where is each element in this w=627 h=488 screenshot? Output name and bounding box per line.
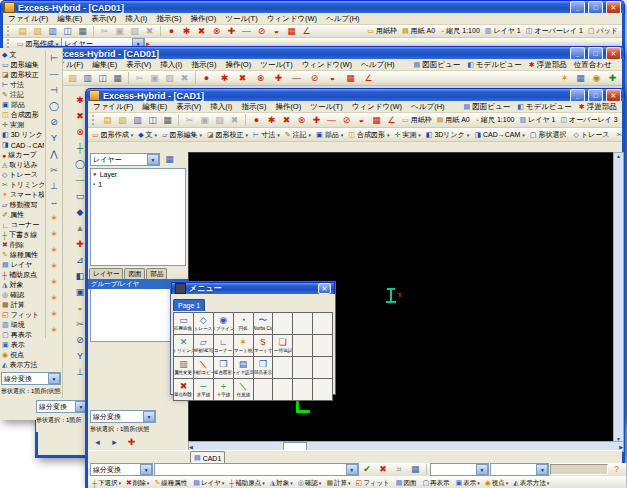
bottom-tool-button[interactable]: ▣ 表示 ▾ — [454, 479, 482, 488]
tool-list-item[interactable]: ▥ 環境 — [1, 320, 44, 330]
paper-setting-button[interactable]: ▤ 用紙 A0 — [400, 26, 437, 36]
tool-group-button[interactable]: ✎ 注記 ▾ — [283, 130, 313, 140]
grid-toggle-icon[interactable]: ▦ — [408, 463, 423, 476]
tool-list-item[interactable]: ✎ 線種属性 — [1, 250, 44, 260]
strip-tool-icon[interactable]: ⊘ — [46, 114, 62, 130]
snap-tool-icon[interactable]: ∠ — [361, 72, 376, 85]
menu-item[interactable]: ツール(T) — [260, 60, 292, 70]
menu-item[interactable]: 挿入(I) — [125, 14, 147, 24]
palette-tool-cell[interactable]: ❏ 一括追記 — [273, 335, 293, 357]
tool-list-item[interactable]: ◪ 図形校正 — [1, 70, 44, 80]
snap-tool-icon[interactable]: ● — [164, 25, 179, 38]
palette-tool-cell[interactable]: ▱ 移動\複写 — [194, 335, 214, 357]
snap-tool-icon[interactable]: ◒ — [325, 72, 340, 85]
layer-pane-combo[interactable]: レイヤー▼ — [90, 153, 160, 166]
tool-list-item[interactable]: ▢ 再表示 — [1, 330, 44, 340]
tool-list-item[interactable]: ◧ 3D リンク — [1, 130, 44, 140]
tool-list-item[interactable]: ◇ トレース — [1, 170, 44, 180]
bottom-tool-button[interactable]: ▤ レイヤ ▾ — [191, 479, 226, 488]
menu-item[interactable]: ファイル(F) — [93, 102, 133, 112]
file-tool-icon[interactable]: ◫ — [145, 114, 160, 127]
tool-list-item[interactable]: ● 線カーブ — [1, 150, 44, 160]
paper-setting-button[interactable]: ◔ 縮尺 1:100 — [438, 26, 482, 36]
strip-tool-icon[interactable]: ✶ — [46, 258, 62, 274]
snap-tool-icon[interactable]: ⊗ — [294, 114, 309, 127]
tool-group-button[interactable]: ◨ CAD→CAM ▾ — [472, 131, 526, 139]
palette-tool-cell[interactable] — [293, 357, 313, 379]
pane-tool-icon[interactable]: ✚ — [124, 436, 139, 449]
palette-titlebar[interactable]: メニュー ✕ — [171, 282, 335, 294]
palette-tool-cell[interactable]: 〜 Nurbs Cur — [254, 313, 274, 335]
palette-tool-cell[interactable]: ✕ トリミング — [174, 335, 194, 357]
palette-tool-cell[interactable] — [313, 379, 333, 401]
pane-tool-icon[interactable]: ▸ — [107, 436, 122, 449]
strip-tool-icon[interactable]: ✶ — [46, 322, 62, 338]
strip-tool-icon[interactable]: ✶ — [46, 242, 62, 258]
snap-tool-icon[interactable]: ∠ — [299, 25, 314, 38]
bottom-tool-button[interactable]: ◉ 視点 ▾ — [483, 479, 511, 488]
snap-tool-icon[interactable]: ✖ — [235, 72, 250, 85]
tool-list-item[interactable]: ┼ 補助原点 — [1, 270, 44, 280]
strip-tool-icon[interactable]: Υ — [46, 130, 62, 146]
palette-tool-cell[interactable]: ∟ コーナー — [214, 335, 234, 357]
menu-item[interactable]: ウィンドウ(W) — [302, 60, 352, 70]
palette-tool-cell[interactable] — [293, 313, 313, 335]
pane-tab[interactable]: 図面 — [124, 268, 145, 279]
toolbar-grip[interactable] — [7, 26, 12, 35]
paper-setting-button[interactable]: ▢ パッド — [621, 115, 622, 125]
edit-tool-icon[interactable]: ▣ — [147, 72, 162, 85]
tool-list-item[interactable]: ┼ 下書き線 — [1, 230, 44, 240]
menu-item[interactable]: 操作(O) — [225, 60, 251, 70]
utility-tool-icon[interactable]: ◉ — [589, 72, 604, 85]
menu-item[interactable]: ファイル(F) — [8, 14, 48, 24]
window-middle-titlebar[interactable]: Excess-Hybrid - [CAD01] _ □ ✕ — [35, 46, 625, 60]
menu-view-item[interactable]: 位置合わせ — [574, 60, 612, 70]
tool-list-item[interactable]: ▭ 図形編集 — [1, 60, 44, 70]
tool-list-item[interactable]: ◮ 対象 — [1, 280, 44, 290]
menu-item[interactable]: 編集(E) — [57, 14, 82, 24]
edit-tool-icon[interactable]: ✂ — [182, 114, 197, 127]
help-icon[interactable]: ? — [609, 463, 624, 476]
strip-tool-icon[interactable]: ✶ — [46, 274, 62, 290]
palette-tool-cell[interactable]: ◔ 円弧 — [234, 313, 254, 335]
pane-tab[interactable]: レイヤー — [89, 268, 123, 279]
menu-item[interactable]: 指示(S) — [241, 102, 266, 112]
file-tool-icon[interactable]: ▥ — [80, 72, 95, 85]
menu-view-item[interactable]: ✱ 浮遊部品 — [579, 102, 617, 112]
strip-tool-icon[interactable]: ⊥ — [46, 178, 62, 194]
tool-group-button[interactable]: ✂ トリミング — [614, 130, 622, 140]
pane-command-combo[interactable]: 線分変換▼ — [90, 410, 156, 423]
strip-tool-icon[interactable]: ⋀ — [46, 146, 62, 162]
file-tool-icon[interactable]: ▥ — [130, 114, 145, 127]
edit-tool-icon[interactable]: ▨ — [162, 72, 177, 85]
menu-item[interactable]: 操作(O) — [275, 102, 301, 112]
snap-tool-icon[interactable]: ◒ — [269, 25, 284, 38]
strip-tool-icon[interactable]: — — [46, 66, 62, 82]
snap-tool-icon[interactable]: ✚ — [224, 25, 239, 38]
file-tool-icon[interactable]: ▧ — [115, 114, 130, 127]
snap-tool-icon[interactable]: ● — [249, 114, 264, 127]
confirm-icon[interactable]: ✔ — [360, 463, 375, 476]
bottom-tool-button[interactable]: ▢ 再表示 — [420, 479, 452, 488]
paper-setting-button[interactable]: ◔ 縮尺 1:100 — [473, 115, 517, 125]
snap-tool-icon[interactable]: — — [239, 25, 254, 38]
strip-tool-icon[interactable]: ↔ — [46, 194, 62, 210]
layer-settings-icon[interactable]: ▦ — [162, 153, 177, 166]
menu-item[interactable]: ツール(T) — [225, 14, 257, 24]
tool-list-item[interactable]: ⊢ 寸法 — [1, 80, 44, 90]
file-tool-icon[interactable]: ▥ — [45, 25, 60, 38]
file-tool-icon[interactable]: ▤ — [100, 114, 115, 127]
tool-list-item[interactable]: ◨ CAD→CAM — [1, 140, 44, 150]
palette-tool-cell[interactable]: ❒ 複合図形 — [214, 357, 234, 379]
palette-tool-cell[interactable] — [313, 313, 333, 335]
palette-page-tab[interactable]: Page 1 — [173, 299, 205, 311]
paper-setting-button[interactable]: ▥ レイヤ 1 — [517, 115, 557, 125]
snap-tool-icon[interactable]: ∠ — [384, 114, 399, 127]
layer-tree-item[interactable]: ▪ 1 — [91, 179, 185, 189]
strip-tool-icon[interactable]: ✶ — [46, 306, 62, 322]
pane-tab[interactable]: 部品 — [146, 268, 167, 279]
strip-tool-icon[interactable]: ✶ — [46, 210, 62, 226]
edit-tool-icon[interactable]: ▣ — [112, 25, 127, 38]
file-tool-icon[interactable]: ▦ — [160, 114, 175, 127]
tool-group-button[interactable]: ◧ 3Dリンク ▾ — [424, 130, 472, 140]
